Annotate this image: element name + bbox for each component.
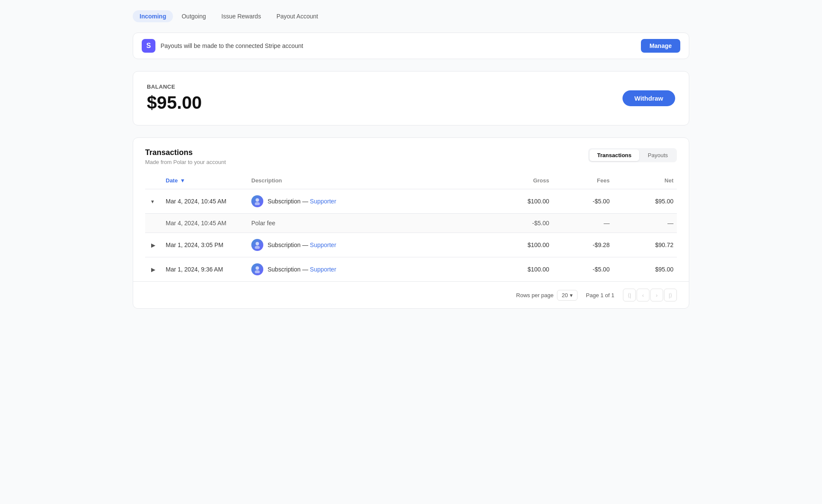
date-cell: Mar 4, 2024, 10:45 AM [162,189,248,214]
gross-cell: $100.00 [480,257,553,282]
balance-amount: $95.00 [147,92,202,113]
table-body: ▾ Mar 4, 2024, 10:45 AM [145,189,677,282]
manage-button[interactable]: Manage [641,39,680,53]
sort-icon: ▾ [181,177,184,184]
rows-per-page: Rows per page 20 ▾ [516,290,578,301]
transactions-table: Date ▾ Description Gross Fees Net ▾ [145,172,677,281]
balance-card: Balance $95.00 Withdraw [133,71,689,125]
expand-cell: ▶ [145,233,162,257]
expand-button[interactable]: ▶ [149,241,158,249]
transactions-subtitle: Made from Polar to your account [145,159,226,165]
transactions-header: Transactions Made from Polar to your acc… [133,138,689,172]
table-row: Mar 4, 2024, 10:45 AM Polar fee -$5.00 —… [145,214,677,233]
toggle-payouts[interactable]: Payouts [640,149,676,161]
desc-text: Subscription — Supporter [268,198,336,205]
table-row: ▶ Mar 1, 2024, 3:05 PM [145,233,677,257]
rows-per-page-label: Rows per page [516,292,554,298]
supporter-link[interactable]: Supporter [310,198,336,205]
avatar [251,263,263,275]
avatar [251,239,263,251]
date-cell: Mar 1, 2024, 9:36 AM [162,257,248,282]
expand-cell: ▶ [145,257,162,282]
desc-text: Subscription — Supporter [268,242,336,248]
page-container: Incoming Outgoing Issue Rewards Payout A… [116,0,706,319]
tab-incoming[interactable]: Incoming [133,10,173,22]
svg-point-0 [256,198,259,202]
description-cell: Subscription — Supporter [248,233,480,257]
col-gross-header: Gross [480,172,553,189]
tab-payout-account[interactable]: Payout Account [270,10,325,22]
tab-outgoing[interactable]: Outgoing [175,10,213,22]
description-cell: Polar fee [248,214,480,233]
toggle-transactions[interactable]: Transactions [590,149,639,161]
table-header-row: Date ▾ Description Gross Fees Net [145,172,677,189]
avatar [251,195,263,207]
expand-cell [145,214,162,233]
prev-page-button[interactable]: ‹ [637,289,649,301]
expand-button[interactable]: ▶ [149,265,158,274]
fees-cell: -$9.28 [553,233,613,257]
net-cell: $90.72 [613,233,677,257]
transactions-title: Transactions [145,148,226,157]
tab-issue-rewards[interactable]: Issue Rewards [214,10,268,22]
last-page-button[interactable]: |⟩ [664,289,677,301]
date-cell: Mar 1, 2024, 3:05 PM [162,233,248,257]
gross-cell: $100.00 [480,189,553,214]
net-cell: $95.00 [613,257,677,282]
date-cell: Mar 4, 2024, 10:45 AM [162,214,248,233]
transactions-title-group: Transactions Made from Polar to your acc… [145,148,226,165]
svg-point-2 [256,242,259,245]
page-info: Page 1 of 1 [586,292,615,298]
banner-text: Payouts will be made to the connected St… [161,42,303,49]
pagination-row: Rows per page 20 ▾ Page 1 of 1 ⟨| ‹ › |⟩ [133,281,689,308]
table-row: ▾ Mar 4, 2024, 10:45 AM [145,189,677,214]
balance-label: Balance [147,84,202,90]
svg-point-4 [256,266,259,270]
expand-button[interactable]: ▾ [149,197,157,206]
supporter-link[interactable]: Supporter [310,266,336,273]
next-page-button[interactable]: › [650,289,663,301]
date-label: Date [166,177,178,184]
col-expand-header [145,172,162,189]
balance-info: Balance $95.00 [147,84,202,113]
table-wrap: Date ▾ Description Gross Fees Net ▾ [133,172,689,281]
chevron-down-icon: ▾ [570,292,573,298]
fees-cell: -$5.00 [553,257,613,282]
page-nav: ⟨| ‹ › |⟩ [623,289,677,301]
col-fees-header: Fees [553,172,613,189]
table-row: ▶ Mar 1, 2024, 9:36 AM [145,257,677,282]
rows-per-page-select[interactable]: 20 ▾ [557,290,577,301]
net-cell: — [613,214,677,233]
stripe-icon: S [142,39,155,53]
supporter-link[interactable]: Supporter [310,242,336,248]
col-date-header[interactable]: Date ▾ [162,172,248,189]
view-toggle: Transactions Payouts [588,148,677,162]
col-description-header: Description [248,172,480,189]
banner-left: S Payouts will be made to the connected … [142,39,303,53]
desc-text: Subscription — Supporter [268,266,336,273]
svg-point-1 [255,202,260,205]
expand-cell: ▾ [145,189,162,214]
col-net-header: Net [613,172,677,189]
svg-point-3 [255,246,260,249]
gross-cell: -$5.00 [480,214,553,233]
description-cell: Subscription — Supporter [248,257,480,282]
nav-tabs: Incoming Outgoing Issue Rewards Payout A… [133,10,689,22]
withdraw-button[interactable]: Withdraw [622,90,675,106]
net-cell: $95.00 [613,189,677,214]
description-cell: Subscription — Supporter [248,189,480,214]
rows-per-page-value: 20 [562,292,568,298]
fees-cell: — [553,214,613,233]
transactions-section: Transactions Made from Polar to your acc… [133,137,689,309]
gross-cell: $100.00 [480,233,553,257]
svg-point-5 [255,270,260,273]
stripe-banner: S Payouts will be made to the connected … [133,33,689,59]
fees-cell: -$5.00 [553,189,613,214]
first-page-button[interactable]: ⟨| [623,289,636,301]
